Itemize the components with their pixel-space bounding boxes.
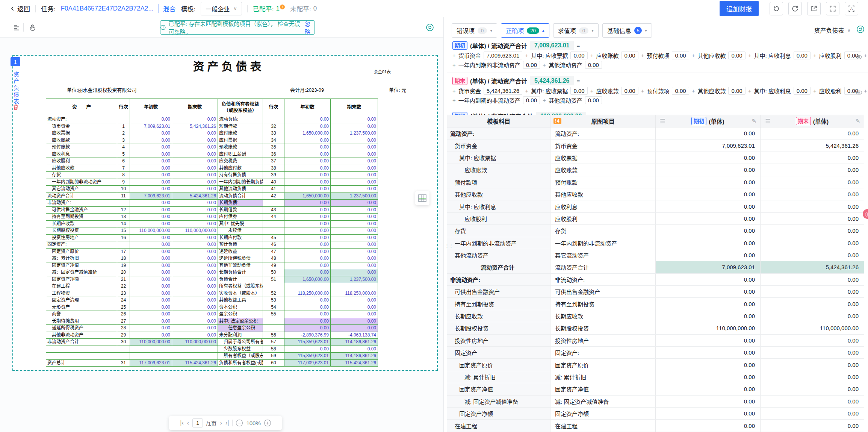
mapping-table-row[interactable]: 存货存货0.000.00 — [447, 225, 864, 237]
begin-value-cell[interactable]: 110,000,000.00 — [656, 322, 761, 334]
mapping-table-row[interactable]: 其中: 应收票据应收票据0.000.00 — [447, 152, 864, 164]
end-value-cell[interactable]: 0.00 — [761, 335, 864, 346]
filter-求值项[interactable]: 求值项0▾ — [553, 23, 599, 38]
mapping-table-row[interactable]: 可供出售金融资产可供出售金融资产0.000.00 — [447, 286, 864, 298]
begin-value-cell[interactable]: 0.00 — [656, 347, 761, 358]
end-value-cell[interactable]: 5,424,361.26 — [761, 261, 864, 273]
end-value-cell[interactable]: 0.00 — [761, 249, 864, 261]
term-value[interactable]: 0.00 — [585, 61, 602, 69]
begin-value-cell[interactable]: 0.00 — [656, 274, 761, 285]
prev-page-button[interactable]: ‹ — [187, 420, 189, 426]
begin-value-cell[interactable]: 0.00 — [656, 249, 761, 261]
term-value[interactable]: 0.00 — [523, 96, 540, 104]
begin-value-cell[interactable]: 0.00 — [656, 383, 761, 395]
ocr-recognize-button[interactable]: A — [845, 2, 858, 15]
begin-value-cell[interactable]: 0.00 — [656, 371, 761, 383]
end-value-cell[interactable]: 110,000,000.00 — [761, 322, 864, 334]
end-value-cell[interactable]: 0.00 — [761, 396, 864, 407]
mapping-table-row[interactable]: 在建工程在建工程0.000.00 — [447, 420, 864, 432]
mapping-table-row[interactable]: 应收股利应收股利0.000.00 — [447, 213, 864, 225]
edit-pencil-icon[interactable]: ✎ — [855, 118, 860, 124]
eye-icon[interactable] — [855, 53, 863, 61]
begin-value-cell[interactable]: 0.00 — [656, 396, 761, 407]
begin-value-cell[interactable]: 0.00 — [656, 213, 761, 224]
end-value-cell[interactable]: 0.00 — [761, 164, 864, 176]
history-button[interactable] — [770, 2, 783, 15]
delete-page-button[interactable] — [12, 104, 19, 111]
mapping-table-row[interactable]: 长期股权投资长期股权投资110,000,000.00110,000,000.00 — [447, 322, 864, 334]
formula-total-value[interactable]: 5,424,361.26 — [530, 76, 574, 85]
end-value-cell[interactable]: 0.00 — [761, 176, 864, 188]
mapping-table-row[interactable]: 预付款项预付账款0.000.00 — [447, 176, 864, 188]
end-value-cell[interactable]: 0.00 — [761, 359, 864, 370]
last-page-button[interactable]: ›| — [225, 420, 229, 426]
end-value-cell[interactable]: 0.00 — [761, 371, 864, 383]
end-value-cell[interactable]: 0.00 — [761, 408, 864, 419]
mapping-table-row[interactable]: 投资性房地产投资性房地产0.000.00 — [447, 335, 864, 347]
formula-total-value[interactable]: 110,000,000.00 — [536, 112, 586, 115]
edit-pencil-icon[interactable]: ✎ — [752, 118, 756, 124]
formula-total-value[interactable]: 7,009,623.01 — [530, 41, 574, 50]
first-page-button[interactable]: |‹ — [180, 420, 183, 426]
term-value[interactable]: 0.00 — [728, 87, 745, 95]
end-value-cell[interactable]: 0.00 — [761, 347, 864, 358]
end-value-cell[interactable]: 5,424,361.26 — [761, 139, 864, 151]
mapping-table-row[interactable]: 应收账款应收账款0.000.00 — [447, 164, 864, 176]
mapping-table-row[interactable]: 流动资产:流动资产:0.000.00 — [447, 127, 864, 139]
begin-value-cell[interactable]: 0.00 — [656, 408, 761, 419]
begin-value-cell[interactable]: 7,009,623.01 — [656, 261, 761, 273]
mapping-table-row[interactable]: 固定资产原价固定资产原价0.000.00 — [447, 359, 864, 371]
panel-rematch-button[interactable] — [852, 25, 865, 34]
end-value-cell[interactable]: 0.00 — [761, 298, 864, 309]
begin-value-cell[interactable]: 0.00 — [656, 335, 761, 346]
begin-value-cell[interactable]: 0.00 — [656, 298, 761, 309]
begin-value-cell[interactable]: 0.00 — [656, 164, 761, 176]
begin-value-cell[interactable]: 0.00 — [656, 188, 761, 200]
mapping-table-row[interactable]: 固定资产净额固定资产净额0.000.00 — [447, 408, 864, 420]
end-value-cell[interactable]: 0.00 — [761, 225, 864, 236]
term-value[interactable]: 0.00 — [728, 52, 745, 59]
table-detect-button[interactable] — [415, 191, 429, 205]
mapping-table-row[interactable]: 持有至到期投资持有至到期投资0.000.00 — [447, 298, 864, 310]
mapping-table-row[interactable]: 其他流动资产其它流动资产0.000.00 — [447, 249, 864, 261]
mapping-table-row[interactable]: 其中: 应收利息应收利息0.000.00 — [447, 200, 864, 212]
balance-sheet-page[interactable]: 1 资产负债表 资产负债表 会企01表 单位:丽水金汛股权投资有限公司 会计月:… — [13, 56, 437, 370]
eye-icon[interactable] — [855, 89, 863, 96]
begin-value-cell[interactable]: 0.00 — [656, 237, 761, 249]
begin-value-cell[interactable]: 0.00 — [656, 225, 761, 236]
end-value-cell[interactable]: 0.00 — [761, 383, 864, 395]
begin-value-cell[interactable]: 0.00 — [656, 359, 761, 370]
end-value-cell[interactable]: 0.00 — [761, 200, 864, 212]
term-value[interactable]: 0.00 — [585, 96, 602, 104]
term-value[interactable]: 0.00 — [621, 87, 638, 95]
list-icon[interactable] — [659, 118, 665, 124]
zoom-out-button[interactable]: − — [236, 420, 243, 426]
panel-splitter[interactable]: ⋮⋮ — [443, 17, 447, 432]
term-value[interactable]: 5,424,361.26 — [484, 87, 523, 95]
term-value[interactable]: 0.00 — [794, 52, 811, 59]
filter-基础信息[interactable]: 基础信息5▾ — [602, 23, 652, 38]
end-value-cell[interactable]: 0.00 — [761, 237, 864, 249]
mapping-table-row[interactable]: 减: 固定资产减值准备减: 固定资产减值准备0.000.00 — [447, 396, 864, 408]
end-value-cell[interactable]: 0.00 — [761, 213, 864, 224]
template-select[interactable]: 一般企业 ∨ — [201, 2, 242, 15]
begin-value-cell[interactable]: 0.00 — [656, 127, 761, 139]
filter-错误项[interactable]: 错误项0▾ — [452, 23, 497, 38]
page-input[interactable]: 1 — [192, 418, 203, 427]
begin-value-cell[interactable]: 7,009,623.01 — [656, 139, 761, 151]
mapping-table-row[interactable]: 流动资产合计流动资产合计7,009,623.015,424,361.26 — [447, 261, 864, 273]
mapping-table-row[interactable]: 货币资金货币资金7,009,623.015,424,361.26 — [447, 139, 864, 152]
term-value[interactable]: 0.00 — [570, 87, 587, 95]
rematch-button[interactable] — [424, 21, 436, 33]
term-value[interactable]: 0.00 — [672, 87, 689, 95]
begin-value-cell[interactable]: 0.00 — [656, 310, 761, 322]
end-value-cell[interactable]: 0.00 — [761, 310, 864, 322]
mapping-table-row[interactable]: 一年内到期的非流动资产一年内到期的非流动资产0.000.00 — [447, 237, 864, 249]
term-value[interactable]: 7,009,623.01 — [484, 52, 523, 59]
end-value-cell[interactable]: 0.00 — [761, 286, 864, 297]
begin-value-cell[interactable]: 0.00 — [656, 176, 761, 188]
term-value[interactable]: 0.00 — [794, 87, 811, 95]
mapping-table-row[interactable]: 长期应收款长期应收款0.000.00 — [447, 310, 864, 322]
term-value[interactable]: 0.00 — [672, 52, 689, 59]
refresh-button[interactable] — [788, 2, 802, 15]
